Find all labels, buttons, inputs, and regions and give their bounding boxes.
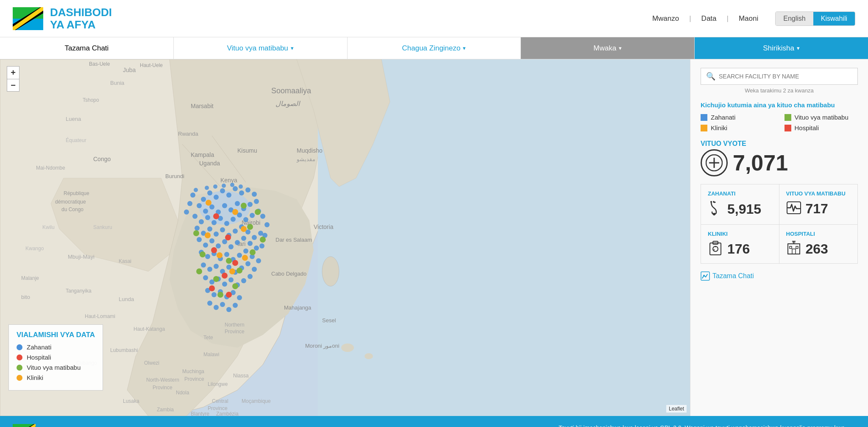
stat-row-zahanati: 5,915 (708, 200, 772, 218)
svg-point-15 (341, 343, 354, 352)
svg-text:Muchinga: Muchinga (182, 368, 204, 374)
search-hint: Weka tarakimu 2 za kwanza (701, 87, 858, 94)
nav-chagua[interactable]: Chagua Zinginezo ▾ (348, 37, 521, 59)
svg-text:Mbuji-Mayi: Mbuji-Mayi (68, 254, 95, 260)
stat-row-hospitali: 263 (786, 240, 851, 257)
filter-swatch-hospitali (785, 125, 791, 131)
svg-text:du Congo: du Congo (61, 207, 83, 212)
filter-swatch-vituo (785, 114, 791, 121)
svg-text:Bunia: Bunia (110, 80, 125, 86)
lang-kiswahili-button[interactable]: Kiswahili (813, 12, 855, 25)
svg-text:Marsabit: Marsabit (191, 103, 214, 109)
legend-label-hospitali: Hospitali (27, 354, 51, 361)
svg-text:Province: Province (184, 376, 204, 382)
svg-text:Mai-Ndombe: Mai-Ndombe (36, 165, 65, 171)
svg-point-231 (703, 275, 705, 276)
svg-point-115 (214, 232, 219, 237)
zoom-in-button[interactable]: + (7, 66, 19, 79)
filter-label-kliniki: Kliniki (711, 124, 727, 131)
svg-point-215 (710, 201, 712, 203)
svg-text:Moçambique: Moçambique (242, 398, 271, 404)
legend-item-vituo: Vituo vya matibabu (17, 364, 95, 371)
zoom-controls: + − (7, 66, 19, 92)
all-facilities-count: 7,071 (733, 152, 788, 174)
filter-swatch-kliniki (701, 125, 707, 131)
nav-data[interactable]: Data (701, 14, 717, 23)
svg-point-190 (226, 292, 232, 298)
header: DASHIBODI YA AFYA Mwanzo | Data | Maoni … (0, 0, 868, 37)
svg-point-196 (226, 258, 232, 264)
legend-item-hospitali: Hospitali (17, 354, 95, 361)
zoom-out-button[interactable]: − (7, 79, 19, 92)
svg-point-191 (241, 203, 247, 209)
tazama-chati-link[interactable]: Tazama Chati (701, 271, 858, 281)
svg-point-152 (203, 275, 208, 280)
svg-text:Niassa: Niassa (233, 373, 249, 379)
svg-point-188 (222, 273, 228, 279)
chart-icon (701, 271, 710, 281)
stat-value-vituo: 717 (806, 201, 828, 217)
svg-text:Haut-Uele: Haut-Uele (140, 62, 163, 68)
svg-point-150 (245, 261, 250, 266)
svg-point-177 (259, 243, 264, 248)
filter-section: Kichujio kutumia aina ya kituo cha matib… (701, 101, 858, 131)
stat-value-zahanati: 5,915 (727, 201, 761, 217)
svg-text:Northern: Northern (225, 322, 245, 328)
svg-text:démocratique: démocratique (55, 199, 86, 205)
svg-text:Olwezi: Olwezi (144, 360, 159, 366)
svg-point-204 (206, 200, 211, 206)
svg-text:Lubumbashi: Lubumbashi (110, 347, 138, 353)
svg-text:Congo: Congo (93, 156, 111, 162)
svg-point-104 (211, 220, 217, 225)
brand-text: DASHIBODI YA AFYA (50, 6, 112, 31)
stat-card-vituo: VITUO VYA MATIBABU 717 (779, 184, 858, 225)
svg-point-128 (228, 244, 234, 249)
svg-point-116 (220, 227, 225, 232)
nav-mwanzo[interactable]: Mwanzo (652, 14, 679, 23)
main-content: Congo République démocratique du Congo U… (0, 59, 868, 416)
svg-text:Bas-Uele: Bas-Uele (89, 61, 110, 67)
svg-point-132 (254, 246, 259, 251)
legend-dot-hospitali (17, 354, 22, 360)
chagua-arrow-icon: ▾ (463, 45, 466, 51)
all-facilities-icon (701, 149, 728, 176)
nav-mwaka[interactable]: Mwaka ▾ (521, 37, 695, 59)
svg-text:Kwilu: Kwilu (42, 224, 55, 230)
svg-text:Haut-Lomami: Haut-Lomami (85, 313, 115, 319)
nav-sep1: | (689, 14, 691, 23)
svg-point-84 (214, 195, 219, 200)
nav-maoni[interactable]: Maoni (739, 14, 758, 23)
nav-vituo[interactable]: Vituo vya matibabu ▾ (174, 37, 348, 59)
svg-point-134 (205, 254, 210, 259)
svg-point-169 (226, 307, 231, 312)
map-area[interactable]: Congo République démocratique du Congo U… (0, 59, 690, 416)
vituo-arrow-icon: ▾ (291, 45, 294, 51)
svg-point-210 (229, 268, 235, 274)
svg-point-87 (233, 186, 238, 191)
nav-item-label-mwaka: Mwaka (593, 44, 616, 53)
svg-point-82 (201, 197, 206, 202)
svg-point-161 (211, 292, 217, 297)
svg-point-155 (222, 282, 227, 287)
svg-point-172 (187, 201, 192, 206)
svg-text:North-Western: North-Western (146, 377, 179, 383)
svg-text:République: République (64, 190, 89, 196)
svg-rect-225 (790, 246, 792, 248)
svg-point-199 (200, 251, 206, 257)
legend-title: VIALAMISHI VYA DATA (17, 331, 95, 339)
svg-point-129 (235, 240, 240, 245)
svg-text:Lunda: Lunda (119, 296, 134, 302)
svg-text:Dar es Salaam: Dar es Salaam (275, 237, 312, 243)
brand-title-line1: DASHIBODI (50, 6, 112, 19)
svg-text:bito: bito (21, 294, 30, 300)
search-input[interactable] (719, 73, 852, 80)
nav-tazama-chati[interactable]: Tazama Chati (0, 37, 174, 59)
lang-english-button[interactable]: English (776, 12, 813, 25)
stat-row-kliniki: 176 (708, 240, 772, 257)
nav-shirikisha[interactable]: Shirikisha ▾ (695, 37, 868, 59)
svg-point-175 (264, 222, 270, 227)
search-box[interactable]: 🔍 (701, 68, 858, 85)
ecg-icon (786, 200, 801, 217)
svg-point-118 (233, 229, 238, 234)
svg-text:Kenya: Kenya (220, 177, 237, 184)
